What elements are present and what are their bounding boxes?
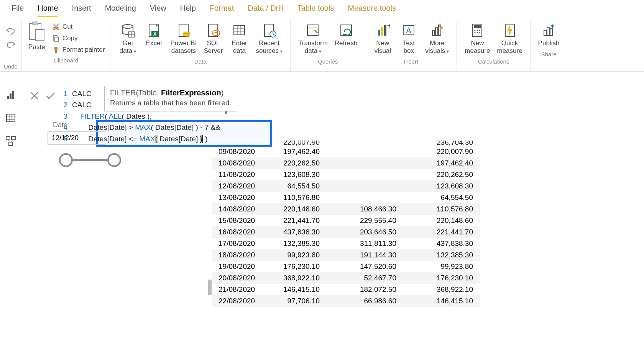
- refresh-icon: [338, 22, 355, 39]
- tab-help[interactable]: Help: [180, 4, 196, 17]
- report-canvas: 1CALC 2CALC 3 FILTER( ALL( Dates ), 4 Da…: [24, 85, 644, 347]
- powerbi-datasets-button[interactable]: Power BI datasets: [168, 20, 199, 56]
- code-rest-4: - 7 &&: [198, 123, 220, 131]
- svg-rect-55: [550, 29, 552, 36]
- table-row[interactable]: 18/08/202099,923.80191,144.30132,385.30: [212, 249, 480, 261]
- new-measure-label: New measure: [465, 39, 490, 54]
- excel-button[interactable]: XExcel: [142, 20, 166, 49]
- table-row[interactable]: 12/08/202064,554.50123,608.30: [212, 180, 480, 192]
- publish-button[interactable]: Publish: [536, 20, 562, 49]
- table-row[interactable]: 13/08/2020110,576.8064,554.50: [212, 192, 480, 203]
- cell-value-3: 220,007.90: [403, 146, 480, 157]
- cancel-formula-button[interactable]: [29, 90, 40, 101]
- tab-view[interactable]: View: [150, 4, 166, 17]
- tab-modeling[interactable]: Modeling: [105, 4, 136, 17]
- cell-date: 11/08/2020: [212, 169, 265, 180]
- more-visuals-button[interactable]: More visuals: [423, 20, 451, 56]
- slicer-label: Date: [48, 121, 201, 129]
- cell-value-1: 146,415.10: [265, 284, 327, 295]
- svg-line-6: [53, 24, 58, 29]
- slider-handle-end[interactable]: [107, 153, 121, 167]
- database-icon: [119, 22, 136, 39]
- table-row[interactable]: 16/08/2020437,838.30203,646.50221,441.70: [212, 226, 480, 238]
- quick-measure-button[interactable]: Quick measure: [495, 20, 524, 56]
- report-view-button[interactable]: [5, 90, 17, 101]
- commit-formula-button[interactable]: [45, 90, 56, 101]
- svg-rect-58: [12, 91, 14, 99]
- cell-value-3: 220,148.60: [403, 215, 480, 226]
- svg-rect-64: [6, 136, 10, 140]
- cell-value-1: 220,262.50: [265, 157, 327, 169]
- cell-value-3: 368,922.10: [403, 284, 480, 295]
- table-row[interactable]: 15/08/2020221,441.70229,555.40220,148.60: [212, 215, 480, 226]
- cell-value-1: 110,576.80: [265, 192, 327, 203]
- recent-sources-button[interactable]: Recent sources: [253, 20, 285, 56]
- cell-value-1: 123,608.30: [265, 169, 327, 180]
- cell-value-1: 97,706.10: [265, 295, 327, 307]
- svg-rect-66: [9, 142, 13, 146]
- undo-button[interactable]: [6, 26, 16, 36]
- table-row[interactable]: 11/08/2020123,608.30220,262.50: [212, 169, 480, 180]
- table-scrollbar-thumb[interactable]: [208, 280, 212, 295]
- get-data-button[interactable]: Get data: [116, 20, 140, 56]
- enter-data-button[interactable]: Enter data: [227, 20, 251, 56]
- table-row[interactable]: 09/08/2020197,462.40220,007.90: [212, 146, 480, 157]
- sql-server-button[interactable]: SQL Server: [201, 20, 225, 56]
- svg-rect-65: [12, 136, 15, 140]
- tab-data-drill[interactable]: Data / Drill: [248, 4, 283, 17]
- cell-value-2: 108,466.30: [327, 203, 403, 215]
- tab-table-tools[interactable]: Table tools: [297, 4, 334, 17]
- data-view-button[interactable]: [5, 113, 17, 124]
- cell-value-2: 66,986.60: [327, 295, 403, 307]
- table-row[interactable]: 20/08/2020368,922.1052,467.70176,230.10: [212, 272, 480, 284]
- cell-value-2: 311,811.30: [327, 238, 403, 249]
- paste-button[interactable]: Paste: [28, 43, 45, 51]
- cell-value-2: 203,646.50: [327, 226, 403, 238]
- new-visual-button[interactable]: +New visual: [371, 20, 394, 56]
- get-data-label: Get data: [120, 39, 136, 54]
- code-line-1: CALC: [72, 90, 92, 98]
- table-row[interactable]: 21/08/2020146,415.10182,072.50368,922.10: [212, 284, 480, 295]
- sql-icon: [205, 22, 222, 39]
- slider-handle-start[interactable]: [59, 153, 73, 167]
- slicer-slider[interactable]: [59, 153, 201, 167]
- refresh-button[interactable]: Refresh: [332, 20, 360, 49]
- text-box-button[interactable]: AText box: [397, 20, 421, 56]
- tab-measure-tools[interactable]: Measure tools: [348, 4, 396, 17]
- svg-rect-53: [544, 30, 546, 36]
- tab-home[interactable]: Home: [38, 4, 58, 17]
- tab-format[interactable]: Format: [210, 4, 234, 17]
- redo-button[interactable]: [6, 40, 16, 50]
- svg-text:+: +: [387, 23, 390, 29]
- tab-file[interactable]: File: [12, 4, 24, 17]
- copy-button[interactable]: Copy: [52, 33, 105, 43]
- table-row[interactable]: 14/08/2020220,148.60108,466.30110,576.80: [212, 203, 480, 215]
- cell-date: 09/08/2020: [212, 146, 265, 157]
- tab-insert[interactable]: Insert: [72, 4, 91, 17]
- cell-value-1: 176,230.10: [265, 261, 327, 272]
- excel-label: Excel: [146, 39, 162, 47]
- date-slicer[interactable]: Date 12/12/20: [48, 121, 201, 167]
- code-line-2: CALC: [72, 101, 92, 109]
- new-measure-button[interactable]: New measure: [462, 20, 492, 56]
- cell-value-3: 123,608.30: [403, 180, 480, 192]
- more-visuals-icon: [429, 22, 445, 39]
- data-group-label: Data: [194, 58, 207, 65]
- table-row[interactable]: 22/08/202097,706.1066,986.60146,415.10: [212, 295, 480, 307]
- copy-label: Copy: [62, 34, 78, 42]
- slicer-start-input[interactable]: 12/12/20: [48, 131, 105, 145]
- transform-data-button[interactable]: Transform data: [296, 20, 330, 56]
- svg-point-20: [183, 33, 190, 36]
- cell-value-2: 147,520.60: [327, 261, 403, 272]
- queries-group-label: Queries: [318, 58, 338, 65]
- table-row[interactable]: 17/08/2020132,385.30311,811.30437,838.30: [212, 238, 480, 249]
- result-table[interactable]: 220,007.90 236,704.30 09/08/2020197,462.…: [212, 141, 480, 307]
- table-row[interactable]: 19/08/2020176,230.10147,520.6099,923.80: [212, 261, 480, 272]
- cell-value-2: 52,467.70: [327, 272, 403, 284]
- table-row[interactable]: 10/08/2020220,262.50197,462.40: [212, 157, 480, 169]
- model-view-button[interactable]: [5, 136, 17, 147]
- cut-button[interactable]: Cut: [52, 22, 105, 32]
- format-painter-button[interactable]: Format painter: [52, 45, 105, 55]
- svg-point-51: [479, 32, 480, 33]
- svg-rect-1: [33, 22, 38, 25]
